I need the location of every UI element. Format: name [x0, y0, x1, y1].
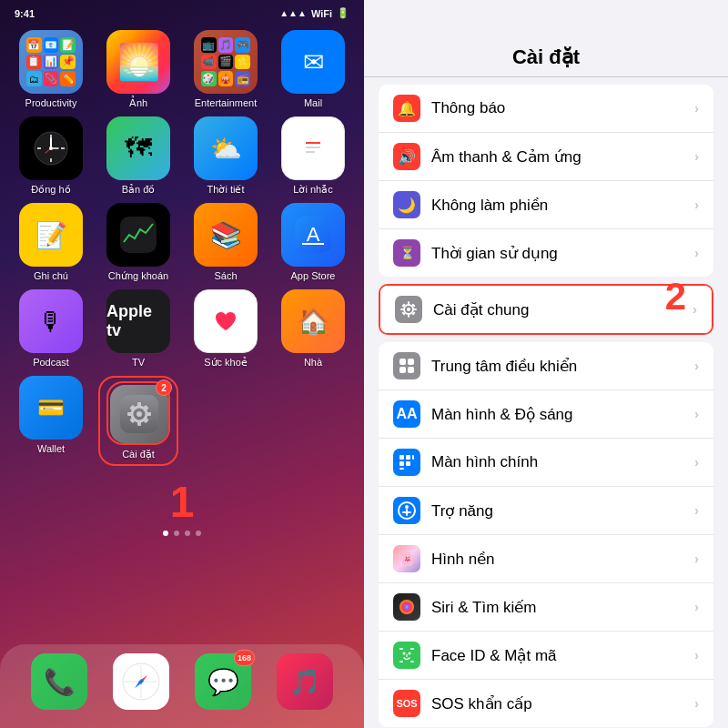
dock-music[interactable]: 🎵 — [277, 653, 333, 710]
settings-item-khonglamphien[interactable]: 🌙 Không làm phiền › — [379, 181, 713, 229]
app-loinhac[interactable]: Lời nhắc — [273, 116, 353, 196]
svg-rect-55 — [399, 461, 404, 466]
settings-item-tronang[interactable]: Trợ năng › — [379, 487, 713, 535]
svg-rect-54 — [412, 455, 414, 460]
svg-rect-48 — [399, 359, 406, 365]
app-label-thoitiet: Thời tiết — [207, 184, 245, 196]
dock: 📞 💬 — [0, 644, 364, 728]
settings-panel: Cài đặt 🔔 Thông báo › 🔊 Âm thanh & Cảm ứ… — [364, 0, 728, 728]
settings-item-manhinhsang[interactable]: AA Màn hình & Độ sáng › — [379, 390, 713, 439]
khonglamphien-chevron: › — [694, 197, 699, 212]
svg-point-67 — [403, 652, 406, 655]
svg-rect-65 — [399, 661, 403, 662]
app-label-productivity: Productivity — [25, 97, 77, 108]
svg-rect-53 — [406, 455, 410, 460]
app-productivity[interactable]: 📅 📧 📝 📋 📊 📌 🗂 📎 ✏️ Productivity — [11, 30, 91, 109]
manhinhchinh-chevron: › — [694, 455, 699, 470]
step1-number: 1 — [0, 477, 364, 527]
thoigian-chevron: › — [694, 246, 699, 260]
app-nha[interactable]: 🏠 Nhà — [273, 289, 353, 369]
app-label-bando: Bản đồ — [122, 184, 156, 196]
settings-section-2: Cài đặt chung › — [379, 284, 713, 335]
tronang-chevron: › — [694, 503, 699, 518]
settings-item-trungtam[interactable]: Trung tâm điều khiển › — [379, 342, 713, 390]
app-caidat[interactable]: 2 Cài đặt — [98, 376, 178, 466]
sos-chevron: › — [694, 696, 699, 711]
app-appstore[interactable]: A App Store — [273, 203, 353, 282]
thongbao-label: Thông báo — [431, 99, 694, 117]
app-suckhoe[interactable]: Sức khoẻ — [186, 289, 266, 369]
app-wallet[interactable]: 💳 Wallet — [11, 376, 91, 466]
dot-2 — [174, 531, 179, 536]
sos-icon: SOS — [393, 690, 420, 717]
svg-point-9 — [49, 147, 53, 150]
dock-safari[interactable] — [113, 653, 169, 710]
settings-section-1: 🔔 Thông báo › 🔊 Âm thanh & Cảm ứng › 🌙 K… — [379, 85, 713, 277]
hinhnен-chevron: › — [694, 551, 699, 566]
dot-4 — [196, 531, 201, 536]
faceid-chevron: › — [694, 648, 699, 662]
svg-point-39 — [407, 308, 410, 311]
app-anh[interactable]: 🌅 Ảnh — [98, 30, 178, 109]
faceid-icon — [393, 642, 420, 669]
app-label-chungkhoan: Chứng khoán — [108, 270, 168, 282]
app-appletv[interactable]: Apple tv TV — [98, 289, 178, 369]
signal-icon: ▲▲▲ — [279, 8, 307, 18]
trungtam-chevron: › — [694, 359, 699, 373]
settings-item-sos[interactable]: SOS SOS khẩn cấp › — [379, 680, 713, 727]
settings-item-caidatchung[interactable]: Cài đặt chung › — [380, 286, 712, 333]
app-chungkhoan[interactable]: Chứng khoán — [98, 203, 178, 282]
settings-item-hinhnен[interactable]: 🌸 Hình nền › — [379, 535, 713, 583]
app-dongho[interactable]: Đồng hồ — [11, 116, 91, 196]
trungtam-label: Trung tâm điều khiển — [431, 357, 694, 376]
svg-point-68 — [409, 652, 411, 655]
app-label-wallet: Wallet — [37, 443, 65, 454]
app-podcast[interactable]: 🎙 Podcast — [11, 289, 91, 369]
svg-point-22 — [136, 411, 142, 417]
amthanh-icon: 🔊 — [393, 143, 420, 170]
dock-messages[interactable]: 💬 168 — [195, 653, 251, 710]
settings-item-thoigian[interactable]: ⏳ Thời gian sử dụng › — [379, 229, 713, 277]
thoigian-label: Thời gian sử dụng — [431, 244, 694, 263]
settings-item-amthanh[interactable]: 🔊 Âm thanh & Cảm ứng › — [379, 133, 713, 181]
settings-item-faceid[interactable]: Face ID & Mật mã › — [379, 632, 713, 680]
svg-point-11 — [298, 134, 328, 163]
settings-item-manhinhchinh[interactable]: Màn hình chính › — [379, 439, 713, 487]
dot-3 — [185, 531, 190, 536]
dock-phone[interactable]: 📞 — [31, 653, 87, 710]
app-label-entertainment: Entertainment — [195, 97, 257, 108]
app-ghichu[interactable]: 📝 Ghi chú — [11, 203, 91, 282]
faceid-label: Face ID & Mật mã — [431, 646, 694, 665]
settings-header: Cài đặt — [364, 0, 728, 77]
settings-title: Cài đặt — [512, 46, 580, 68]
dot-1 — [163, 531, 168, 536]
trungtam-icon — [393, 352, 420, 379]
caidatchung-chevron: › — [693, 302, 697, 317]
svg-rect-56 — [406, 461, 410, 466]
khonglamphien-label: Không làm phiền — [431, 196, 694, 215]
siri-icon — [393, 593, 420, 621]
app-label-appletv: TV — [132, 357, 145, 368]
settings-list: 🔔 Thông báo › 🔊 Âm thanh & Cảm ứng › 🌙 K… — [364, 77, 728, 728]
app-label-anh: Ảnh — [129, 97, 147, 109]
svg-point-62 — [399, 600, 414, 614]
app-thoitiet[interactable]: ⛅ Thời tiết — [186, 116, 266, 196]
status-icons: ▲▲▲ WiFi 🔋 — [279, 7, 349, 19]
caidatchung-label: Cài đặt chung — [433, 300, 693, 319]
thongbao-icon: 🔔 — [393, 95, 420, 122]
app-sach[interactable]: 📚 Sách — [186, 203, 266, 282]
svg-rect-43 — [413, 308, 417, 310]
thongbao-chevron: › — [694, 101, 699, 116]
manhinhsang-chevron: › — [694, 407, 699, 421]
manhinhchinh-label: Màn hình chính — [431, 453, 694, 471]
khonglamphien-icon: 🌙 — [393, 191, 420, 218]
settings-item-siri[interactable]: Siri & Tìm kiếm › — [379, 583, 713, 632]
app-label-caidat: Cài đặt — [122, 449, 155, 460]
app-bando[interactable]: 🗺 Bản đồ — [98, 116, 178, 196]
manhinhchinh-icon — [393, 449, 420, 476]
settings-item-thongbao[interactable]: 🔔 Thông báo › — [379, 85, 713, 133]
app-entertainment[interactable]: 📺 🎵 🎮 📹 🎬 ⭐ 🎲 🎪 📻 Entertainment — [186, 30, 266, 109]
sos-label: SOS khẩn cấp — [431, 694, 694, 713]
amthanh-label: Âm thanh & Cảm ứng — [431, 147, 694, 167]
app-mail[interactable]: ✉ Mail — [273, 30, 353, 109]
